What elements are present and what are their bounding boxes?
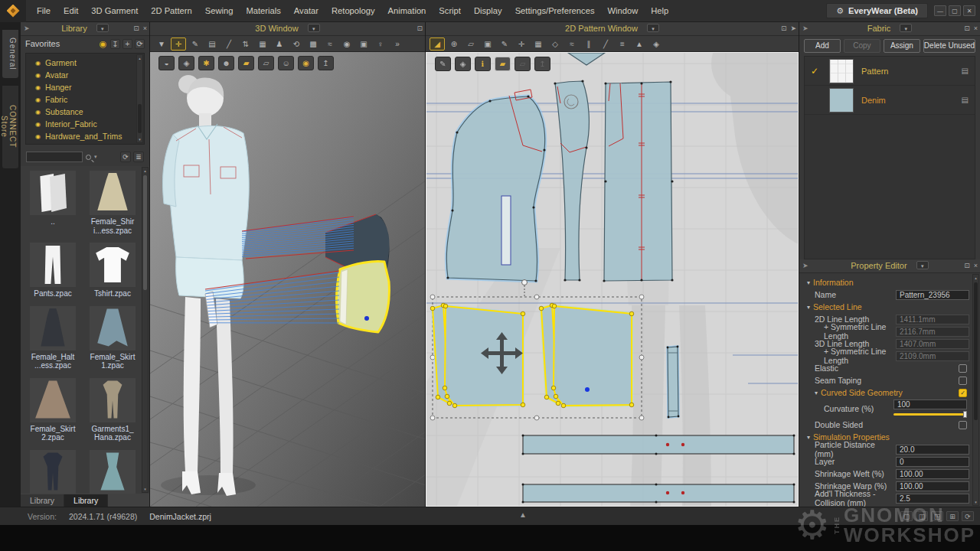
maximize-button[interactable]: ▢ [949, 5, 961, 16]
2d-viewport[interactable]: ✎◈ℹ▰▱↥ [426, 52, 799, 507]
show-fitmap-toggle[interactable]: ☺ [278, 56, 294, 70]
fold-tool[interactable]: ◉ [339, 37, 354, 51]
library-item-female-shir-i-ess-zpac[interactable]: Female_Shir i...ess.zpac [88, 171, 137, 235]
avatar-tool[interactable]: ♟ [272, 37, 287, 51]
show-fabric-toggle[interactable]: ▰ [238, 56, 254, 70]
scroll-up-icon[interactable]: ▴ [137, 56, 142, 60]
scroll-down-icon[interactable]: ▾ [142, 487, 148, 491]
search-options-caret-icon[interactable]: ▾ [94, 154, 97, 160]
menu-help[interactable]: Help [649, 5, 670, 16]
favorite-hanger[interactable]: ◉Hanger [35, 81, 135, 93]
toolbar-overflow[interactable]: » [390, 37, 405, 51]
scroll-up-icon[interactable]: ▴ [142, 168, 148, 173]
reset-arrangement-tool[interactable]: ⟲ [289, 37, 304, 51]
add-fabric-button[interactable]: Add [804, 39, 841, 53]
3d-viewport[interactable]: ◒◈✱☻▰▱☺◉↥ [150, 52, 425, 507]
scroll-thumb[interactable] [143, 175, 147, 290]
particle-distance-field[interactable] [896, 445, 969, 455]
favorite-fabric[interactable]: ◉Fabric [35, 93, 135, 106]
pen-tool[interactable]: ✎ [497, 37, 512, 51]
edit-texture-tool[interactable]: ▣ [480, 37, 495, 51]
favorite-interior-fabric[interactable]: ◉Interior_Fabric [35, 118, 135, 130]
section-information[interactable]: ▾Information [801, 276, 971, 289]
scene-tool[interactable]: ▦ [255, 37, 270, 51]
favorite-hardware-and-trims[interactable]: ◉Hardware_and_Trims [35, 130, 135, 142]
menu-materials[interactable]: Materials [244, 5, 282, 16]
selection-anchor-handle[interactable] [522, 280, 528, 285]
curved-side-geometry-checkbox[interactable]: ✓ [959, 389, 967, 397]
float-icon[interactable]: ⊡ [781, 22, 787, 35]
waistband-piece-1[interactable] [522, 435, 795, 455]
fabric-panel-dropdown[interactable]: ▾ [900, 24, 912, 32]
float-icon[interactable]: ⊡ [133, 22, 139, 35]
menu-sewing[interactable]: Sewing [204, 5, 235, 16]
close-icon[interactable]: × [974, 259, 978, 272]
tab-library-1[interactable]: Library [21, 494, 64, 507]
library-scrollbar[interactable]: ▴ ▾ [142, 167, 149, 493]
favorites-filter-icon[interactable]: ◉ [98, 39, 108, 49]
minimize-button[interactable]: — [934, 5, 946, 16]
library-import-icon[interactable]: ↧ [110, 39, 120, 49]
layout-two-pane-icon[interactable]: ◫ [916, 511, 928, 521]
library-item-garments2[interactable]: Garments2 [28, 450, 77, 494]
seam-allowance-tool[interactable]: ∥ [581, 37, 596, 51]
section-selected-line[interactable]: ▾Selected Line [801, 301, 971, 313]
seam-taping-checkbox[interactable] [959, 377, 967, 385]
favorite-substance[interactable]: ◉Substance [35, 106, 135, 118]
copy-fabric-button[interactable]: Copy [844, 39, 880, 53]
steam-tool[interactable]: ≈ [322, 37, 338, 51]
mesh-grid-tool[interactable]: ▩ [305, 37, 321, 51]
select-pen-tool[interactable]: ✎ [188, 37, 203, 51]
fabric-item-pattern[interactable]: ✓ Pattern ▤ [805, 57, 975, 86]
menu-script[interactable]: Script [437, 5, 462, 16]
name-field[interactable] [896, 290, 969, 300]
float-icon[interactable]: ⊡ [964, 259, 970, 272]
show-pressure-toggle[interactable]: ▱ [258, 56, 274, 70]
show-head-toggle[interactable]: ☻ [218, 56, 234, 70]
flatten-tool[interactable]: ▲ [632, 37, 647, 51]
cuff-piece-left[interactable] [430, 303, 525, 408]
show-info-toggle[interactable]: ℹ [475, 57, 491, 71]
measure-tool[interactable]: ▣ [356, 37, 371, 51]
pin-icon[interactable]: ➤ [24, 22, 30, 35]
show-sewing-toggle[interactable]: ✱ [198, 56, 214, 70]
curvature-slider[interactable] [893, 411, 967, 418]
shrinkage-weft-field[interactable] [896, 469, 969, 479]
2d-window-dropdown[interactable]: ▾ [647, 24, 659, 32]
library-refresh-icon[interactable]: ⟳ [135, 39, 145, 49]
tab-general[interactable]: General [2, 30, 18, 78]
close-icon[interactable]: × [143, 22, 147, 35]
pin-icon[interactable]: ➤ [802, 22, 808, 35]
internal-polygon-tool[interactable]: ▦ [531, 37, 546, 51]
library-item-female-halt-ess-zpac[interactable]: Female_Halt ...ess.zpac [28, 306, 77, 370]
float-icon[interactable]: ⊡ [416, 22, 423, 35]
scroll-down-icon[interactable]: ▾ [137, 137, 142, 142]
menu-settings-preferences[interactable]: Settings/Preferences [514, 5, 596, 16]
tab-library-2[interactable]: Library [64, 494, 108, 507]
search-icon[interactable] [86, 155, 91, 160]
layout-grid-icon[interactable]: ⊞ [946, 511, 959, 521]
show-grading-toggle[interactable]: ▱ [514, 57, 531, 71]
scroll-up-icon[interactable]: ▴ [973, 276, 978, 280]
edit-curvature-tool[interactable]: ▱ [463, 37, 479, 51]
search-input[interactable] [26, 152, 83, 162]
show-hide-dropdown-tool[interactable]: ▼ [154, 37, 169, 51]
menu-window[interactable]: Window [606, 5, 639, 16]
pin-icon[interactable]: ➤ [790, 22, 796, 35]
selected-panel-3d[interactable] [337, 261, 390, 332]
close-icon[interactable]: × [974, 22, 978, 35]
waistband-piece-2[interactable] [522, 484, 795, 504]
save-icon[interactable]: ▤ [962, 67, 969, 75]
close-button[interactable]: ✕ [963, 5, 975, 16]
show-garment-toggle[interactable]: ◈ [178, 56, 194, 70]
internal-slot-line[interactable] [501, 196, 511, 265]
search-refresh-icon[interactable]: ⟳ [120, 152, 131, 162]
library-panel-dropdown[interactable]: ▾ [96, 24, 109, 32]
expand-timeline-button[interactable]: ▲ [519, 510, 527, 519]
assign-fabric-button[interactable]: Assign [884, 39, 920, 53]
favorites-scrollbar[interactable]: ▴ ▾ [136, 54, 143, 143]
float-icon[interactable]: ⊡ [964, 22, 970, 35]
3d-window-dropdown[interactable]: ▾ [308, 24, 320, 32]
layer-field[interactable] [896, 457, 969, 467]
layout-reset-icon[interactable]: ⟳ [962, 511, 974, 521]
